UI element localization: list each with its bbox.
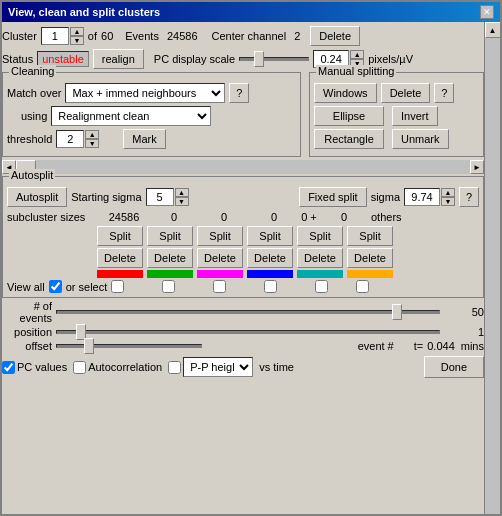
using-label: using (21, 110, 47, 122)
cluster-spin-up[interactable]: ▲ (70, 27, 84, 36)
cleaning-group: Cleaning Match over Max + immed neighbou… (2, 72, 301, 157)
ellipse-button[interactable]: Ellipse (314, 106, 384, 126)
delete-1[interactable]: Delete (147, 248, 193, 268)
starting-sigma-input[interactable] (146, 188, 174, 206)
of-label: of (88, 30, 97, 42)
position-slider[interactable] (56, 330, 440, 334)
match-over-label: Match over (7, 87, 61, 99)
hscroll-bar[interactable]: ◄ ► (2, 160, 484, 174)
pc-values-checkbox[interactable] (2, 361, 15, 374)
offset-slider[interactable] (56, 344, 202, 348)
t-value: 0.044 (427, 340, 455, 352)
autosplit-help-button[interactable]: ? (459, 187, 479, 207)
events-slider[interactable] (56, 310, 440, 314)
select-4[interactable] (315, 280, 328, 293)
autocorrelation-group: Autocorrelation (73, 361, 162, 374)
threshold-spinner[interactable]: ▲ ▼ (56, 130, 99, 148)
split-4[interactable]: Split (297, 226, 343, 246)
event-hash-label: event # (358, 340, 394, 352)
sigma-spinner[interactable]: ▲ ▼ (404, 188, 455, 206)
color-bar-0 (97, 270, 143, 278)
pc-display-slider[interactable] (239, 57, 309, 61)
fixed-split-button[interactable]: Fixed split (299, 187, 367, 207)
select-5[interactable] (356, 280, 369, 293)
hscroll-right[interactable]: ► (470, 160, 484, 174)
scroll-up-arrow[interactable]: ▲ (485, 22, 501, 38)
threshold-label: threshold (7, 133, 52, 145)
select-0[interactable] (111, 280, 124, 293)
autosplit-group: Autosplit Autosplit Starting sigma ▲ ▼ F… (2, 176, 484, 298)
view-all-checkbox[interactable] (49, 280, 62, 293)
delete-4[interactable]: Delete (297, 248, 343, 268)
select-2[interactable] (213, 280, 226, 293)
starting-sigma-up[interactable]: ▲ (175, 188, 189, 197)
cluster-spinner[interactable]: ▲ ▼ (41, 27, 84, 45)
mark-button[interactable]: Mark (123, 129, 165, 149)
split-5[interactable]: Split (347, 226, 393, 246)
threshold-input[interactable] (56, 130, 84, 148)
subcluster-3: 0 (251, 211, 297, 223)
subcluster-1: 0 (151, 211, 197, 223)
pp-height-select[interactable]: P-P height (183, 357, 253, 377)
cluster-spin-down[interactable]: ▼ (70, 36, 84, 45)
manual-splitting-label: Manual splitting (316, 65, 396, 77)
view-all-label: View all (7, 281, 45, 293)
realign-button[interactable]: realign (93, 49, 144, 69)
position-slider-value: 1 (444, 326, 484, 338)
split-0[interactable]: Split (97, 226, 143, 246)
close-button[interactable]: ✕ (480, 5, 494, 19)
main-window: View, clean and split clusters ✕ ▲ ▼ Clu… (0, 0, 502, 516)
autocorrelation-checkbox[interactable] (73, 361, 86, 374)
manual-delete-button[interactable]: Delete (381, 83, 431, 103)
match-over-select[interactable]: Max + immed neighbours (65, 83, 225, 103)
starting-sigma-label: Starting sigma (71, 191, 141, 203)
sigma-down[interactable]: ▼ (441, 197, 455, 206)
status-label: Status (2, 53, 33, 65)
split-3[interactable]: Split (247, 226, 293, 246)
hscroll-track[interactable] (16, 160, 470, 174)
subcluster-0: 24586 (101, 211, 147, 223)
delete-0[interactable]: Delete (97, 248, 143, 268)
manual-help-button[interactable]: ? (434, 83, 454, 103)
or-select-label: or select (66, 281, 108, 293)
delete-3[interactable]: Delete (247, 248, 293, 268)
subcluster-4: 0 + (301, 211, 317, 223)
subcluster-5: 0 (321, 211, 367, 223)
split-2[interactable]: Split (197, 226, 243, 246)
select-1[interactable] (162, 280, 175, 293)
pp-height-checkbox[interactable] (168, 361, 181, 374)
autosplit-button[interactable]: Autosplit (7, 187, 67, 207)
sigma-input[interactable] (404, 188, 440, 206)
threshold-spin-up[interactable]: ▲ (85, 130, 99, 139)
split-1[interactable]: Split (147, 226, 193, 246)
center-channel-label: Center channel (212, 30, 287, 42)
starting-sigma-spinner[interactable]: ▲ ▼ (146, 188, 189, 206)
select-3[interactable] (264, 280, 277, 293)
done-button[interactable]: Done (424, 356, 484, 378)
invert-button[interactable]: Invert (392, 106, 438, 126)
manual-splitting-group: Manual splitting Windows Delete ? Ellips… (309, 72, 484, 157)
using-select[interactable]: Realignment clean (51, 106, 211, 126)
color-bar-1 (147, 270, 193, 278)
offset-slider-label: offset (2, 340, 52, 352)
sigma-up[interactable]: ▲ (441, 188, 455, 197)
threshold-spin-down[interactable]: ▼ (85, 139, 99, 148)
delete-cluster-button[interactable]: Delete (310, 26, 360, 46)
rectangle-button[interactable]: Rectangle (314, 129, 384, 149)
scrollbar-vertical[interactable]: ▲ ▼ (484, 22, 500, 516)
events-slider-value: 50 (444, 306, 484, 318)
subcluster-2: 0 (201, 211, 247, 223)
pixels-label: pixels/µV (368, 53, 413, 65)
pc-display-spin-up[interactable]: ▲ (350, 50, 364, 59)
delete-5[interactable]: Delete (347, 248, 393, 268)
cleaning-help-button[interactable]: ? (229, 83, 249, 103)
unmark-button[interactable]: Unmark (392, 129, 449, 149)
scroll-track[interactable] (485, 38, 500, 516)
cluster-input[interactable] (41, 27, 69, 45)
autocorrelation-label: Autocorrelation (88, 361, 162, 373)
pp-height-group: P-P height (168, 357, 253, 377)
starting-sigma-down[interactable]: ▼ (175, 197, 189, 206)
windows-button[interactable]: Windows (314, 83, 377, 103)
delete-2[interactable]: Delete (197, 248, 243, 268)
vs-time-label: vs time (259, 361, 294, 373)
